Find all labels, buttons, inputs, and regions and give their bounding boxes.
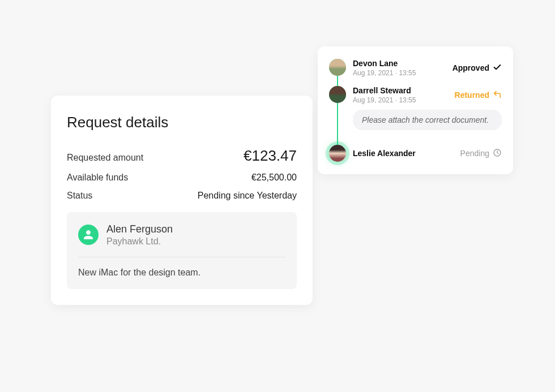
approval-timeline-card: Devon Lane Aug 19, 2021 · 13:55 Approved… (318, 46, 513, 174)
status-label: Status (67, 191, 92, 201)
requester-info: Alen Ferguson Payhawk Ltd. (106, 223, 173, 247)
timeline-item-body: Devon Lane Aug 19, 2021 · 13:55 Approved (353, 59, 502, 77)
requester-name: Alen Ferguson (106, 223, 173, 235)
status-badge-returned: Returned (455, 90, 502, 101)
requested-amount-label: Requested amount (67, 153, 143, 163)
requested-amount-row: Requested amount €123.47 (67, 147, 297, 165)
timeline-item-body: Leslie Alexander Pending (353, 145, 502, 162)
approver-name: Devon Lane (353, 59, 416, 68)
status-text: Returned (455, 91, 489, 100)
timeline-item: Leslie Alexander Pending (329, 145, 502, 162)
status-badge-approved: Approved (452, 63, 502, 74)
timeline-item: Darrell Steward Aug 19, 2021 · 13:55 Ret… (329, 86, 502, 138)
timeline-item-body: Darrell Steward Aug 19, 2021 · 13:55 Ret… (353, 86, 502, 138)
available-funds-label: Available funds (67, 173, 128, 183)
status-row: Status Pending since Yesterday (67, 191, 297, 201)
return-icon (493, 90, 502, 101)
clock-icon (493, 148, 502, 159)
check-icon (493, 63, 502, 74)
avatar (329, 86, 346, 103)
requester-header: Alen Ferguson Payhawk Ltd. (78, 223, 285, 257)
available-funds-value: €25,500.00 (251, 173, 297, 183)
requester-box: Alen Ferguson Payhawk Ltd. New iMac for … (67, 212, 297, 289)
avatar (329, 145, 346, 162)
avatar (329, 59, 346, 76)
status-text: Approved (452, 63, 489, 72)
page-title: Request details (67, 114, 297, 131)
request-note: New iMac for the design team. (78, 268, 285, 278)
requester-avatar-icon (78, 225, 99, 245)
requester-company: Payhawk Ltd. (106, 236, 173, 247)
approval-date: Aug 19, 2021 · 13:55 (353, 96, 416, 104)
approval-date: Aug 19, 2021 · 13:55 (353, 69, 416, 77)
timeline-item: Devon Lane Aug 19, 2021 · 13:55 Approved (329, 59, 502, 77)
available-funds-row: Available funds €25,500.00 (67, 173, 297, 183)
status-value: Pending since Yesterday (198, 191, 297, 201)
status-badge-pending: Pending (460, 148, 502, 159)
request-details-card: Request details Requested amount €123.47… (51, 96, 313, 305)
requested-amount-value: €123.47 (244, 147, 297, 165)
status-text: Pending (460, 149, 489, 158)
approver-name: Leslie Alexander (353, 149, 416, 158)
approver-name: Darrell Steward (353, 86, 416, 95)
timeline-comment: Please attach the correct document. (353, 110, 502, 130)
